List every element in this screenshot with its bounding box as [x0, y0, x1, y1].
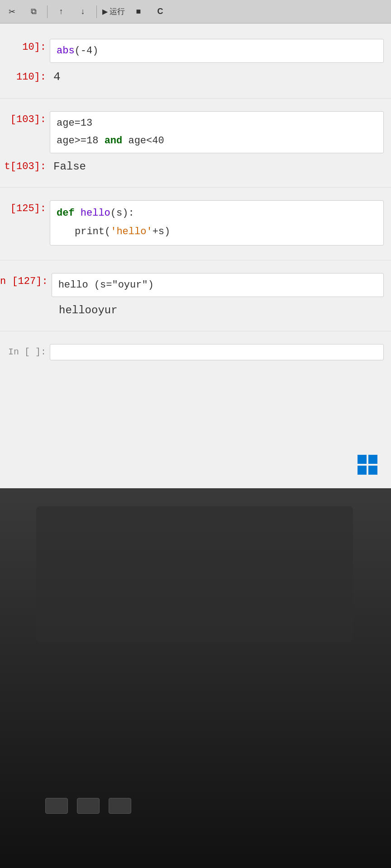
cell-103-input-label: [103]: — [0, 111, 50, 125]
copy-button[interactable]: ⧉ — [25, 4, 42, 20]
move-up-button[interactable]: ↑ — [53, 4, 69, 20]
cell-127-input[interactable]: hello (s="oyur") — [52, 273, 384, 297]
cell-103-line2: age>=18 and age<40 — [57, 133, 377, 149]
toolbar-separator-2 — [96, 5, 97, 18]
cell-125-input-row: [125]: def hello(s): print('hello'+s) — [0, 198, 391, 247]
cell-empty-input[interactable] — [50, 344, 384, 360]
cell-110-output-label: 110]: — [0, 71, 50, 83]
cell-127-area: n [127]: hello (s="oyur") hellooyur — [0, 267, 391, 326]
cell-110-area: 10]: abs(-4) 110]: 4 — [0, 33, 391, 94]
plus-s: +s) — [153, 226, 171, 237]
run-label: 运行 — [110, 6, 125, 17]
cell-empty-input-row: In [ ]: — [0, 342, 391, 362]
win-square-tr — [368, 455, 377, 464]
move-down-button[interactable]: ↓ — [75, 4, 91, 20]
toolbar: ✂ ⧉ ↑ ↓ ▶ 运行 ■ C — [0, 0, 391, 24]
notebook-area: 10]: abs(-4) 110]: 4 [103]: — [0, 24, 391, 488]
cell-103-output-row: t[103]: False — [0, 159, 391, 175]
hello-string: 'hello' — [110, 226, 152, 237]
hello-params: (s): — [110, 208, 134, 219]
cell-103-input-row: [103]: age=13 age>=18 and age<40 — [0, 109, 391, 155]
cut-button[interactable]: ✂ — [4, 4, 20, 20]
keyboard-deck — [36, 506, 353, 642]
windows-logo — [358, 455, 377, 475]
and-keyword: and — [105, 135, 123, 146]
nav-key-1 — [45, 798, 68, 814]
cell-103-line1: age=13 — [57, 115, 377, 131]
print-call: print( — [75, 226, 110, 237]
win-square-br — [368, 466, 377, 475]
cell-127-input-label: n [127]: — [0, 273, 52, 287]
cell-103-output-value: False — [50, 160, 86, 173]
win-square-tl — [358, 455, 367, 464]
divider-3 — [0, 260, 391, 260]
age-assign: age=13 — [57, 118, 92, 129]
hello-fn-name: hello — [75, 208, 110, 219]
laptop-body — [0, 488, 391, 868]
cell-127-output-row: hellooyur — [0, 302, 391, 318]
cell-110-code: abs(-4) — [57, 45, 98, 57]
cell-103-area: [103]: age=13 age>=18 and age<40 t[103]:… — [0, 105, 391, 182]
def-keyword: def — [57, 208, 75, 219]
nav-keys-area — [45, 798, 131, 814]
divider-4 — [0, 331, 391, 331]
cell-125-area: [125]: def hello(s): print('hello'+s) — [0, 194, 391, 255]
nav-key-2 — [77, 798, 100, 814]
win-square-bl — [358, 466, 367, 475]
cell-127-input-row: n [127]: hello (s="oyur") — [0, 271, 391, 299]
abs-args: (-4) — [75, 45, 99, 57]
cell-empty-input-label: In [ ]: — [0, 344, 50, 357]
divider-2 — [0, 187, 391, 188]
cell-110-output-row: 110]: 4 — [0, 68, 391, 85]
cell-110-input-label: 10]: — [0, 39, 50, 53]
age-gte: age>=18 — [57, 135, 105, 146]
cell-103-input[interactable]: age=13 age>=18 and age<40 — [50, 111, 384, 153]
cell-110-input[interactable]: abs(-4) — [50, 39, 384, 63]
age-lt: age<40 — [122, 135, 164, 146]
cell-125-line1: def hello(s): — [57, 205, 377, 221]
cell-110-input-row: 10]: abs(-4) — [0, 37, 391, 65]
cell-125-input-label: [125]: — [0, 200, 50, 214]
divider-1 — [0, 98, 391, 99]
nav-key-3 — [109, 798, 131, 814]
clear-button[interactable]: C — [152, 4, 168, 20]
cell-127-code: hello (s="oyur") — [58, 279, 154, 291]
toolbar-separator — [47, 5, 48, 18]
run-button[interactable]: ▶ 运行 — [102, 4, 125, 20]
windows-logo-container — [358, 455, 377, 475]
abs-function: abs — [57, 45, 75, 57]
cell-103-output-label: t[103]: — [0, 161, 50, 172]
cell-empty-area: In [ ]: — [0, 338, 391, 370]
cell-127-output-value: hellooyur — [50, 304, 118, 316]
cell-110-output-value: 4 — [50, 70, 61, 84]
cell-125-line2: print('hello'+s) — [57, 224, 377, 240]
stop-button[interactable]: ■ — [130, 4, 147, 20]
cell-125-input[interactable]: def hello(s): print('hello'+s) — [50, 200, 384, 245]
